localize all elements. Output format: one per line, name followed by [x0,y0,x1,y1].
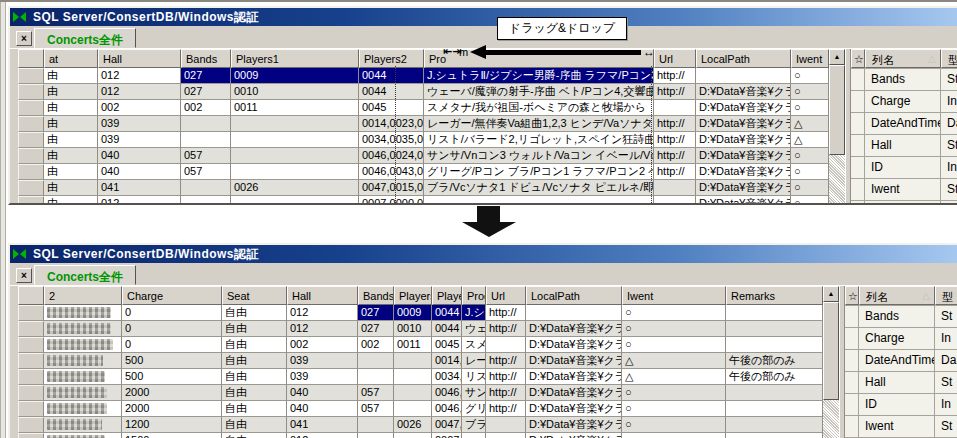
cell-hall[interactable]: 040 [98,164,181,180]
row-selector[interactable] [18,68,44,84]
cell-remarks[interactable] [726,401,823,417]
cell-remarks[interactable] [726,385,823,401]
cell-p1[interactable] [394,385,432,401]
cell-iwent[interactable]: △ [622,353,726,369]
cell-iwent[interactable]: △ [791,132,829,148]
cell-p2[interactable]: 0044 [432,321,462,337]
cell-iwent[interactable]: ○ [791,196,829,205]
cell-url[interactable] [654,180,696,196]
cell-remarks[interactable]: 午後の部のみ [726,369,823,385]
cell-p2[interactable]: 0046,0024,0 [432,385,462,401]
cell-seat[interactable]: 由 [44,116,98,132]
column-list-item[interactable]: IwentSt [845,416,957,438]
cell-iwent[interactable]: ○ [791,84,829,100]
column-list-item[interactable]: ChargeIn [851,91,957,113]
row-selector[interactable] [18,401,44,417]
column-header-url[interactable]: Url [654,49,696,68]
star-cell[interactable] [845,416,859,437]
row-selector[interactable] [18,353,44,369]
cell-url[interactable] [486,417,526,433]
cell-bands[interactable]: 057 [181,164,231,180]
column-header-hall[interactable]: Hall [98,49,181,68]
cell-url[interactable]: http:// [486,385,526,401]
scrollbar-track[interactable] [823,400,839,438]
row-selector[interactable] [18,180,44,196]
cell-charge[interactable]: 1200 [122,417,222,433]
cell-path[interactable]: D:¥Data¥音楽¥クラ [696,148,791,164]
column-header-hall[interactable]: Hall [287,286,358,305]
column-header-p1[interactable]: Players1 [394,286,432,305]
star-cell[interactable] [851,91,865,112]
star-cell[interactable] [851,179,865,200]
cell-iwent[interactable]: ○ [622,337,726,353]
cell-url[interactable] [654,100,696,116]
cell-remarks[interactable] [726,337,823,353]
star-cell[interactable] [845,306,859,327]
vertical-scrollbar[interactable]: ▲ [823,286,839,438]
cell-url[interactable]: http:// [486,353,526,369]
cell-iwent[interactable]: ○ [791,68,829,84]
cell-path[interactable]: D:¥Data¥音楽¥クラ [526,337,622,353]
cell-p2[interactable]: 0044 [432,305,462,321]
titlebar[interactable]: SQL Server/ConsertDB/Windows認証 [10,245,957,263]
cell-hall[interactable]: 040 [287,385,358,401]
cell-date[interactable] [44,401,122,417]
cell-hall[interactable]: 012 [287,433,358,438]
cell-p1[interactable] [231,132,359,148]
cell-hall[interactable]: 039 [98,132,181,148]
cell-prog[interactable]: ウェーバ/魔弾の射手-序曲 ベト/Pコン4,交響曲 [424,84,654,100]
row-selector[interactable] [18,385,44,401]
cell-bands[interactable] [358,433,394,438]
column-list-item[interactable]: HallSt [845,372,957,394]
cell-charge[interactable]: 0 [122,337,222,353]
cell-path[interactable]: D:¥Data¥音楽¥クラ [696,164,791,180]
cell-hall[interactable]: 041 [98,180,181,196]
column-header-iwent[interactable]: Iwent [622,286,726,305]
cell-prog[interactable]: リスト/バラード2,リゴレット,スペイン狂詩曲,イゾル [424,132,654,148]
cell-charge[interactable]: 500 [122,353,222,369]
cell-seat[interactable]: 自由 [222,433,287,438]
column-list-item[interactable]: DateAndTimeDa [845,350,957,372]
cell-p2[interactable]: 0046,0024,0 [359,148,424,164]
cell-path[interactable]: D:¥Data¥音楽¥クラ [526,433,622,438]
cell-path[interactable]: D:¥Data¥音楽¥クラ [526,417,622,433]
cell-p2[interactable]: 0047,0015,0 [359,180,424,196]
cell-p1[interactable]: 0011 [231,100,359,116]
column-header-p1[interactable]: Players1 [231,49,359,68]
cell-date[interactable] [44,305,122,321]
cell-p2[interactable]: 0044 [359,84,424,100]
cell-seat[interactable]: 由 [44,68,98,84]
cell-remarks[interactable] [726,305,823,321]
cell-p1[interactable] [394,353,432,369]
cell-url[interactable]: http:// [654,84,696,100]
cell-bands[interactable] [181,180,231,196]
cell-iwent[interactable]: ○ [622,321,726,337]
cell-p1[interactable]: 0026 [394,417,432,433]
cell-p1[interactable] [394,433,432,438]
cell-charge[interactable]: 2000 [122,401,222,417]
column-header-path[interactable]: LocalPath [696,49,791,68]
row-selector[interactable] [18,164,44,180]
cell-hall[interactable]: 002 [98,100,181,116]
cell-p1[interactable]: 0010 [231,84,359,100]
column-list-item[interactable]: IwentSt [851,179,957,201]
cell-prog[interactable]: グリーグ/Pコン [462,401,486,417]
cell-p2[interactable]: 0044 [359,68,424,84]
cell-prog[interactable]: リスト/バラード2 [462,369,486,385]
column-header-p2[interactable]: Players2 [359,49,424,68]
cell-iwent[interactable]: ○ [622,305,726,321]
cell-path[interactable]: D:¥Data¥音楽¥クラ [526,385,622,401]
column-list-item[interactable]: BandsSt [851,69,957,91]
cell-prog[interactable]: ウェーバ/魔弾の射手-序曲 [462,321,486,337]
column-header-iwent[interactable]: Iwent [791,49,829,68]
cell-p1[interactable] [231,164,359,180]
row-selector[interactable] [18,148,44,164]
cell-hall[interactable]: 039 [98,116,181,132]
cell-bands[interactable]: 027 [358,321,394,337]
cell-prog[interactable]: レーガー/無伴奏Va組曲1,2,3 ヒンデ/Vaソナタ [424,116,654,132]
cell-url[interactable]: http:// [654,148,696,164]
cell-bands[interactable] [181,116,231,132]
cell-p2[interactable]: 0047,0015,0 [432,417,462,433]
cell-date[interactable] [44,385,122,401]
close-tab-button[interactable]: × [16,268,32,283]
